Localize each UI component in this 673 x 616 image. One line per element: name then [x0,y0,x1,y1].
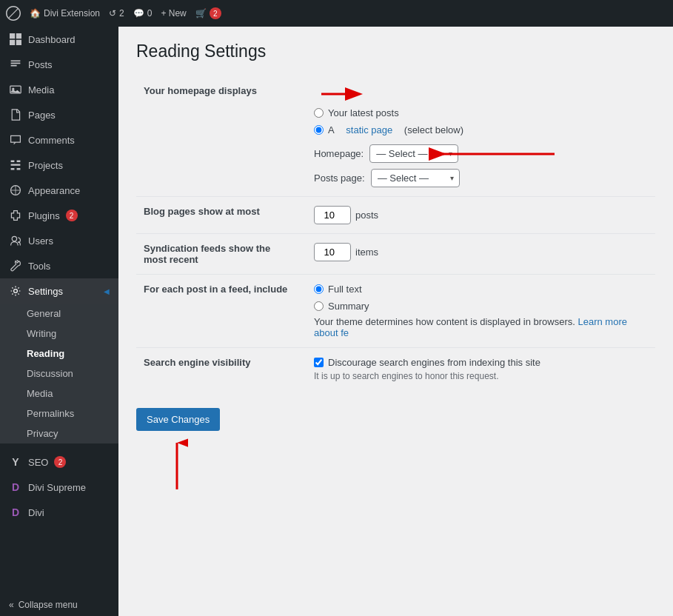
red-arrow-left [429,143,562,165]
feed-include-label: For each post in a feed, include [136,275,307,348]
search-visibility-row: Search engine visibility Discourage sear… [136,348,655,391]
svg-point-8 [14,289,18,293]
homepage-displays-label: Your homepage displays [136,76,307,197]
homepage-displays-value: Your latest posts A static page (select … [307,76,655,197]
sidebar-item-comments[interactable]: Comments [0,127,118,153]
media-icon [9,83,22,96]
woo-item[interactable]: 🛒 2 [195,7,221,19]
sidebar-item-tools[interactable]: Tools [0,253,118,278]
pages-icon [9,108,22,121]
blog-pages-row: Blog pages show at most posts [136,197,655,234]
homepage-label: Homepage: [314,148,364,159]
radio-latest-posts[interactable]: Your latest posts [314,107,648,118]
blog-pages-label: Blog pages show at most [136,197,307,234]
submenu-general[interactable]: General [0,304,118,324]
submenu-permalinks[interactable]: Permalinks [0,404,118,424]
radio-full-text-input[interactable] [314,284,324,294]
posts-page-select[interactable]: — Select — [371,169,460,187]
submenu-media[interactable]: Media [0,384,118,404]
feed-include-row: For each post in a feed, include Full te… [136,275,655,348]
radio-full-text[interactable]: Full text [314,284,648,295]
sidebar-item-divi-supreme[interactable]: D Divi Supreme [0,475,118,500]
wp-logo-icon [6,6,21,21]
sidebar-item-settings[interactable]: Settings ◀ [0,278,118,304]
sidebar-item-appearance[interactable]: Appearance [0,178,118,203]
homepage-displays-row: Your homepage displays [136,76,655,197]
sidebar-label-comments: Comments [28,135,75,146]
syndication-input[interactable] [314,243,351,261]
homepage-radio-group: Your latest posts A static page (select … [314,107,648,135]
blog-pages-input[interactable] [314,206,351,224]
collapse-icon: « [9,600,14,610]
search-visibility-checkbox-label[interactable]: Discourage search engines from indexing … [314,357,648,368]
updates-item[interactable]: ↺ 2 [109,8,124,19]
sidebar-label-posts: Posts [28,59,53,70]
svg-point-7 [12,236,16,241]
comments-item[interactable]: 💬 0 [133,8,153,19]
main-layout: Dashboard Posts Media Pages Comments [0,27,673,616]
seo-badge: 2 [54,456,66,468]
sidebar-label-dashboard: Dashboard [28,34,76,45]
red-arrow-up [166,434,188,493]
plugins-icon [9,209,22,222]
search-visibility-hint: It is up to search engines to honor this… [314,371,648,381]
sidebar: Dashboard Posts Media Pages Comments [0,27,118,616]
feed-radio-group: Full text Summary [314,284,648,312]
sidebar-item-media[interactable]: Media [0,77,118,102]
posts-page-label: Posts page: [314,173,365,184]
sidebar-item-users[interactable]: Users [0,228,118,253]
collapse-menu[interactable]: « Collapse menu [0,594,118,616]
sidebar-item-plugins[interactable]: Plugins 2 [0,203,118,228]
radio-static-page[interactable]: A static page (select below) [314,124,648,135]
sidebar-item-pages[interactable]: Pages [0,102,118,127]
sidebar-item-projects[interactable]: Projects [0,153,118,178]
radio-latest-posts-input[interactable] [314,108,324,118]
search-visibility-checkbox[interactable] [314,358,324,367]
radio-static-page-input[interactable] [314,125,324,135]
sidebar-label-users: Users [28,235,53,247]
blog-pages-suffix: posts [355,210,378,221]
wp-logo-item[interactable] [6,6,21,21]
sidebar-label-pages: Pages [28,110,56,121]
top-bar: 🏠 Divi Extension ↺ 2 💬 0 + New 🛒 2 [0,0,673,27]
sidebar-label-divi-supreme: Divi Supreme [28,482,86,493]
page-title: Reading Settings [136,41,655,61]
divi-supreme-icon: D [9,481,22,494]
site-name[interactable]: 🏠 Divi Extension [30,8,100,19]
posts-page-select-wrap: — Select — ▾ [371,169,460,187]
blog-pages-value: posts [307,197,655,234]
sidebar-item-seo[interactable]: Y SEO 2 [0,449,118,475]
theme-note: Your theme determines how content is dis… [314,316,648,338]
settings-icon [9,284,22,298]
appearance-icon [9,184,22,197]
new-button[interactable]: + New [161,8,186,19]
submenu-discussion[interactable]: Discussion [0,364,118,384]
radio-summary[interactable]: Summary [314,301,648,312]
sidebar-item-divi[interactable]: D Divi [0,500,118,525]
main-content: Reading Settings Your homepage displays [118,27,673,616]
search-visibility-value: Discourage search engines from indexing … [307,348,655,391]
sidebar-label-divi: Divi [28,507,44,518]
svg-rect-0 [10,33,15,38]
svg-rect-2 [10,40,15,45]
submenu-privacy[interactable]: Privacy [0,424,118,443]
save-button[interactable]: Save Changes [136,408,220,431]
syndication-value: items [307,234,655,275]
sidebar-item-dashboard[interactable]: Dashboard [0,27,118,52]
sidebar-item-posts[interactable]: Posts [0,52,118,77]
site-icon: 🏠 [30,8,41,19]
syndication-suffix: items [355,247,378,258]
sidebar-label-media: Media [28,84,54,96]
red-arrow-right-1 [314,85,373,103]
submenu-writing[interactable]: Writing [0,324,118,344]
feed-include-value: Full text Summary Your theme determines … [307,275,655,348]
radio-summary-input[interactable] [314,301,324,311]
sidebar-label-plugins: Plugins [28,210,60,221]
submenu-reading[interactable]: Reading [0,344,118,364]
posts-icon [9,58,22,71]
static-page-link[interactable]: static page [346,124,392,135]
sidebar-label-appearance: Appearance [28,185,80,196]
sidebar-label-settings: Settings [28,286,63,297]
svg-rect-1 [16,33,21,38]
plugins-badge: 2 [66,210,78,221]
